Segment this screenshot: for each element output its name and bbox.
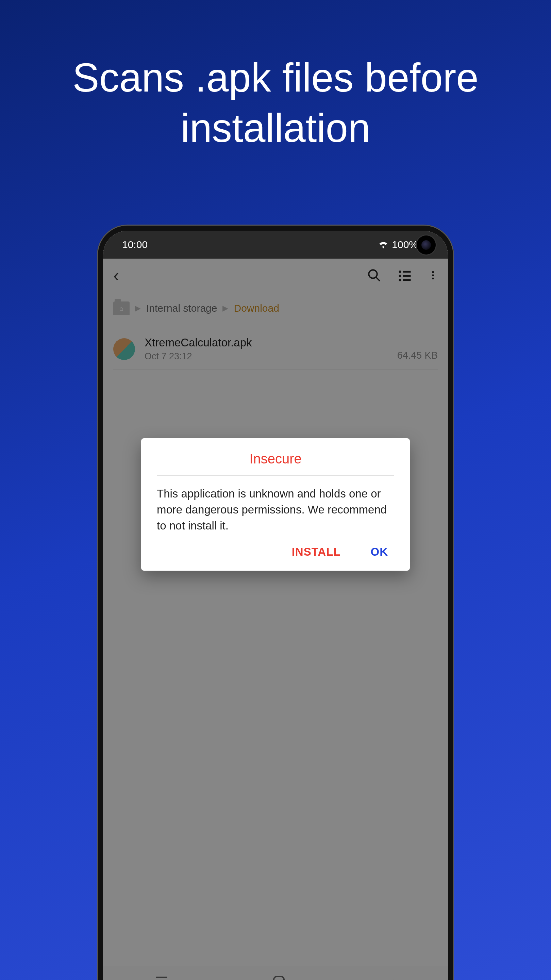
dialog-actions: INSTALL OK bbox=[157, 546, 394, 563]
dialog-body: This application is unknown and holds on… bbox=[157, 476, 394, 546]
statusbar-time: 10:00 bbox=[122, 239, 148, 250]
modal-backdrop[interactable] bbox=[103, 259, 448, 980]
dialog-title: Insecure bbox=[157, 451, 394, 476]
phone-frame: 10:00 100% ‹ ⌂ ▶ Internal storage ▶ bbox=[97, 224, 454, 980]
wifi-icon bbox=[378, 240, 388, 249]
camera-cutout bbox=[417, 235, 436, 255]
file-manager-app: ‹ ⌂ ▶ Internal storage ▶ Download Xtreme… bbox=[103, 259, 448, 980]
security-warning-dialog: Insecure This application is unknown and… bbox=[141, 438, 410, 571]
statusbar-battery: 100% bbox=[392, 239, 418, 250]
status-bar: 10:00 100% bbox=[103, 231, 448, 259]
promo-headline: Scans .apk files before installation bbox=[0, 0, 551, 153]
phone-screen: 10:00 100% ‹ ⌂ ▶ Internal storage ▶ bbox=[103, 231, 448, 980]
ok-button[interactable]: OK bbox=[371, 546, 388, 558]
install-button[interactable]: INSTALL bbox=[292, 546, 341, 558]
